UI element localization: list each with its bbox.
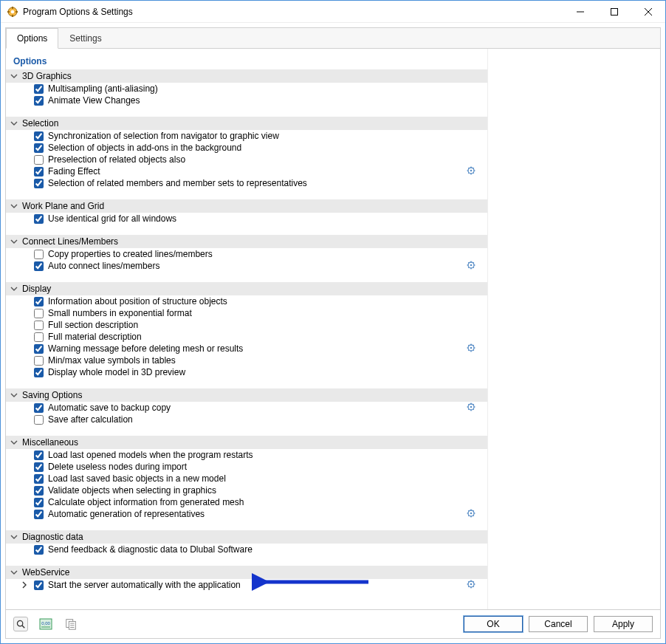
options-panel: Options 3D GraphicsMultisampling (anti-a…: [6, 49, 487, 609]
chevron-right-icon[interactable]: [21, 581, 28, 589]
svg-rect-4: [7, 11, 10, 13]
option-checkbox[interactable]: [34, 214, 44, 224]
gear-icon[interactable]: [467, 402, 476, 411]
option-label: Start the server automatically with the …: [48, 580, 241, 590]
option-row-load-last-opened-models-when-the-program-restarts: Load last opened models when the program…: [6, 449, 487, 461]
option-checkbox[interactable]: [34, 344, 44, 354]
option-label: Information about position of structure …: [48, 296, 227, 306]
option-checkbox[interactable]: [34, 462, 44, 472]
section-header-webservice[interactable]: WebService: [6, 566, 487, 579]
option-checkbox[interactable]: [34, 309, 44, 318]
section-header-connect-lines-members[interactable]: Connect Lines/Members: [6, 235, 487, 248]
gear-icon[interactable]: [467, 166, 476, 175]
option-label: Selection of objects in add-ons in the b…: [48, 143, 241, 153]
option-checkbox[interactable]: [34, 474, 44, 484]
option-checkbox[interactable]: [34, 415, 44, 425]
svg-line-59: [468, 515, 469, 516]
option-label: Full section description: [48, 320, 138, 330]
option-checkbox[interactable]: [34, 403, 44, 413]
chevron-down-icon: [10, 238, 18, 245]
chevron-down-icon: [10, 120, 18, 127]
option-checkbox[interactable]: [34, 155, 44, 165]
option-checkbox[interactable]: [34, 545, 44, 555]
section-header-selection[interactable]: Selection: [6, 117, 487, 130]
gear-icon[interactable]: [467, 580, 476, 589]
option-label: Copy properties to created lines/members: [48, 249, 213, 259]
svg-line-58: [473, 510, 474, 511]
section-header-3d-graphics[interactable]: 3D Graphics: [6, 69, 487, 83]
svg-line-71: [22, 626, 25, 628]
chevron-down-icon: [10, 72, 18, 80]
option-checkbox[interactable]: [34, 510, 44, 519]
help-icon[interactable]: [13, 617, 28, 631]
option-checkbox[interactable]: [34, 498, 44, 507]
option-label: Animate View Changes: [48, 95, 140, 106]
panel-title: Options: [6, 52, 487, 69]
option-checkbox[interactable]: [34, 179, 44, 188]
option-label: Full material description: [48, 332, 142, 342]
titlebar: Program Options & Settings: [1, 1, 665, 23]
svg-line-26: [468, 262, 469, 263]
svg-line-19: [468, 173, 469, 174]
option-label: Multisampling (anti-aliasing): [48, 83, 158, 94]
apply-button[interactable]: Apply: [594, 616, 653, 632]
svg-line-29: [468, 267, 469, 268]
option-checkbox[interactable]: [34, 321, 44, 330]
tab-settings[interactable]: Settings: [58, 28, 112, 48]
svg-point-11: [470, 170, 473, 172]
gear-icon[interactable]: [467, 261, 476, 270]
app-icon: [7, 6, 18, 18]
svg-rect-7: [611, 8, 618, 15]
gear-icon[interactable]: [467, 343, 476, 352]
option-label: Load last saved basic objects in a new m…: [48, 473, 226, 484]
copy-icon[interactable]: [63, 617, 78, 631]
option-checkbox[interactable]: [34, 84, 44, 94]
option-checkbox[interactable]: [34, 250, 44, 259]
section-title: Work Plane and Grid: [22, 201, 104, 211]
gear-icon[interactable]: [467, 509, 476, 518]
option-checkbox[interactable]: [34, 131, 44, 141]
dialog-frame: Options Settings Options 3D GraphicsMult…: [5, 27, 661, 639]
option-row-warning-message-before-deleting-mesh-or-results: Warning message before deleting mesh or …: [6, 343, 487, 354]
ok-button[interactable]: OK: [464, 616, 523, 632]
units-icon[interactable]: 0,00: [38, 617, 53, 631]
section-title: Selection: [22, 118, 58, 129]
option-checkbox[interactable]: [34, 143, 44, 153]
option-row-animate-view-changes: Animate View Changes: [6, 95, 487, 106]
section-title: Miscellaneous: [22, 437, 78, 448]
option-row-send-feedback-diagnostic-data-to-dlubal-software: Send feedback & diagnostic data to Dluba…: [6, 544, 487, 555]
option-checkbox[interactable]: [34, 261, 44, 271]
section-header-diagnostic-data[interactable]: Diagnostic data: [6, 530, 487, 544]
section-title: Saving Options: [22, 390, 82, 400]
option-checkbox[interactable]: [34, 297, 44, 306]
option-checkbox[interactable]: [34, 96, 44, 106]
option-checkbox[interactable]: [34, 451, 44, 460]
section-header-work-plane-and-grid[interactable]: Work Plane and Grid: [6, 199, 487, 213]
option-checkbox[interactable]: [34, 486, 44, 496]
option-row-fading-effect: Fading Effect: [6, 165, 487, 177]
svg-line-39: [468, 350, 469, 351]
option-label: Load last opened models when the program…: [48, 450, 253, 460]
svg-point-31: [470, 347, 473, 349]
svg-line-47: [473, 409, 474, 410]
section-header-display[interactable]: Display: [6, 282, 487, 295]
section-header-saving-options[interactable]: Saving Options: [6, 388, 487, 402]
cancel-button[interactable]: Cancel: [529, 616, 588, 632]
close-button[interactable]: [631, 1, 665, 23]
minimize-button[interactable]: [563, 1, 597, 23]
option-checkbox[interactable]: [34, 167, 44, 177]
svg-line-38: [473, 345, 474, 346]
option-row-use-identical-grid-for-all-windows: Use identical grid for all windows: [6, 213, 487, 225]
option-checkbox[interactable]: [34, 580, 44, 590]
option-checkbox[interactable]: [34, 332, 44, 342]
option-checkbox[interactable]: [34, 368, 44, 377]
option-label: Delete useless nodes during import: [48, 462, 187, 472]
maximize-button[interactable]: [597, 1, 631, 23]
option-label: Selection of related members and member …: [48, 178, 307, 188]
tab-options[interactable]: Options: [6, 28, 58, 49]
section-header-miscellaneous[interactable]: Miscellaneous: [6, 436, 487, 449]
option-label: Automatic save to backup copy: [48, 402, 171, 413]
option-label: Preselection of related objects also: [48, 154, 185, 165]
svg-line-18: [473, 168, 474, 168]
option-checkbox[interactable]: [34, 356, 44, 366]
